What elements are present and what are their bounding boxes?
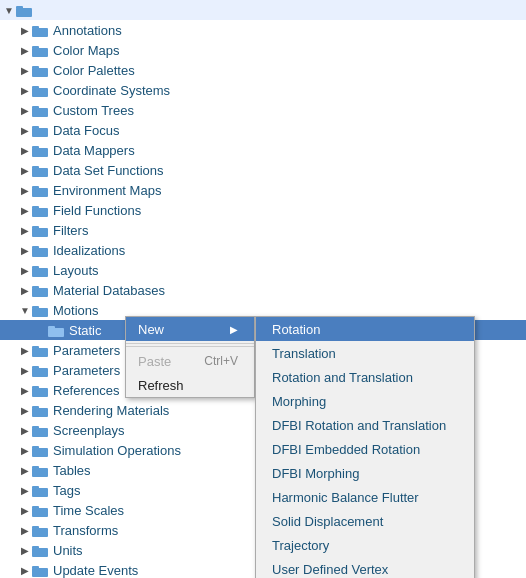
item-label: Color Palettes bbox=[53, 63, 135, 78]
folder-icon bbox=[32, 383, 50, 398]
item-label: Tables bbox=[53, 463, 91, 478]
tree-item-layouts[interactable]: ▶ Layouts bbox=[0, 260, 526, 280]
tree-item-filters[interactable]: ▶ Filters bbox=[0, 220, 526, 240]
submenu-item-dfbi-rotation-and-translation[interactable]: DFBI Rotation and Translation bbox=[256, 413, 474, 437]
submenu-label: DFBI Rotation and Translation bbox=[272, 418, 446, 433]
item-label: Annotations bbox=[53, 23, 122, 38]
svg-rect-46 bbox=[32, 468, 48, 477]
arrow-icon: ▶ bbox=[18, 85, 32, 96]
folder-icon bbox=[32, 143, 50, 158]
item-label: Parameters bbox=[53, 343, 120, 358]
svg-rect-30 bbox=[32, 308, 48, 317]
item-label: Data Focus bbox=[53, 123, 119, 138]
tree-item-annotations[interactable]: ▶ Annotations bbox=[0, 20, 526, 40]
submenu-label: Solid Displacement bbox=[272, 514, 383, 529]
tree-container: ▼ ▶ Annotations▶ Color Maps▶ Color Palet… bbox=[0, 0, 526, 578]
folder-icon bbox=[32, 523, 50, 538]
svg-rect-53 bbox=[32, 526, 39, 529]
submenu-item-dfbi-embedded-rotation[interactable]: DFBI Embedded Rotation bbox=[256, 437, 474, 461]
folder-icon bbox=[32, 343, 50, 358]
arrow-icon: ▶ bbox=[18, 365, 32, 376]
item-label: Parameters bbox=[53, 363, 120, 378]
context-menu-label: New bbox=[138, 322, 164, 337]
submenu-item-morphing[interactable]: Morphing bbox=[256, 389, 474, 413]
folder-icon bbox=[32, 263, 50, 278]
folder-icon bbox=[32, 483, 50, 498]
svg-rect-1 bbox=[16, 6, 23, 9]
folder-icon bbox=[32, 123, 50, 138]
svg-rect-50 bbox=[32, 508, 48, 517]
submenu-item-translation[interactable]: Translation bbox=[256, 341, 474, 365]
tree-item-coordinate-systems[interactable]: ▶ Coordinate Systems bbox=[0, 80, 526, 100]
tree-root[interactable]: ▼ bbox=[0, 0, 526, 20]
svg-rect-2 bbox=[32, 28, 48, 37]
svg-rect-27 bbox=[32, 266, 39, 269]
tree-item-data-focus[interactable]: ▶ Data Focus bbox=[0, 120, 526, 140]
context-menu-label: Paste bbox=[138, 354, 171, 369]
tree-item-color-palettes[interactable]: ▶ Color Palettes bbox=[0, 60, 526, 80]
arrow-icon: ▶ bbox=[18, 385, 32, 396]
item-label: Material Databases bbox=[53, 283, 165, 298]
submenu-label: DFBI Embedded Rotation bbox=[272, 442, 420, 457]
submenu-item-solid-displacement[interactable]: Solid Displacement bbox=[256, 509, 474, 533]
svg-rect-8 bbox=[32, 88, 48, 97]
folder-icon bbox=[32, 63, 50, 78]
folder-icon bbox=[32, 223, 50, 238]
svg-rect-11 bbox=[32, 106, 39, 109]
tree-item-color-maps[interactable]: ▶ Color Maps bbox=[0, 40, 526, 60]
svg-rect-23 bbox=[32, 226, 39, 229]
svg-rect-29 bbox=[32, 286, 39, 289]
tree-item-material-databases[interactable]: ▶ Material Databases bbox=[0, 280, 526, 300]
context-menu-item-refresh[interactable]: Refresh bbox=[126, 373, 254, 397]
svg-rect-44 bbox=[32, 448, 48, 457]
item-label: Screenplays bbox=[53, 423, 125, 438]
tree-item-environment-maps[interactable]: ▶ Environment Maps bbox=[0, 180, 526, 200]
item-label: Idealizations bbox=[53, 243, 125, 258]
arrow-icon: ▶ bbox=[18, 345, 32, 356]
submenu-item-user-defined-vertex[interactable]: User Defined Vertex bbox=[256, 557, 474, 578]
submenu-label: Trajectory bbox=[272, 538, 329, 553]
tree-item-custom-trees[interactable]: ▶ Custom Trees bbox=[0, 100, 526, 120]
arrow-icon: ▶ bbox=[18, 65, 32, 76]
tree-item-data-set-functions[interactable]: ▶ Data Set Functions bbox=[0, 160, 526, 180]
item-label: Data Mappers bbox=[53, 143, 135, 158]
folder-icon bbox=[32, 43, 50, 58]
arrow-icon: ▶ bbox=[18, 25, 32, 36]
submenu-item-rotation-and-translation[interactable]: Rotation and Translation bbox=[256, 365, 474, 389]
item-label: Simulation Operations bbox=[53, 443, 181, 458]
context-menu[interactable]: New▶PasteCtrl+VRefresh bbox=[125, 316, 255, 398]
svg-rect-17 bbox=[32, 166, 39, 169]
svg-rect-35 bbox=[32, 346, 39, 349]
svg-rect-40 bbox=[32, 408, 48, 417]
tree-item-data-mappers[interactable]: ▶ Data Mappers bbox=[0, 140, 526, 160]
submenu-item-dfbi-morphing[interactable]: DFBI Morphing bbox=[256, 461, 474, 485]
svg-rect-0 bbox=[16, 8, 32, 17]
submenu[interactable]: RotationTranslationRotation and Translat… bbox=[255, 316, 475, 578]
item-label: Filters bbox=[53, 223, 88, 238]
tree-item-idealizations[interactable]: ▶ Idealizations bbox=[0, 240, 526, 260]
svg-rect-38 bbox=[32, 388, 48, 397]
item-label: Custom Trees bbox=[53, 103, 134, 118]
tree-item-field-functions[interactable]: ▶ Field Functions bbox=[0, 200, 526, 220]
svg-rect-45 bbox=[32, 446, 39, 449]
submenu-label: Harmonic Balance Flutter bbox=[272, 490, 419, 505]
submenu-item-rotation[interactable]: Rotation bbox=[256, 317, 474, 341]
folder-icon bbox=[32, 543, 50, 558]
svg-rect-5 bbox=[32, 46, 39, 49]
submenu-item-harmonic-balance-flutter[interactable]: Harmonic Balance Flutter bbox=[256, 485, 474, 509]
item-label: Time Scales bbox=[53, 503, 124, 518]
svg-rect-24 bbox=[32, 248, 48, 257]
svg-rect-42 bbox=[32, 428, 48, 437]
folder-icon bbox=[32, 243, 50, 258]
context-menu-item-paste: PasteCtrl+V bbox=[126, 349, 254, 373]
item-label: Units bbox=[53, 543, 83, 558]
item-label: Static bbox=[69, 323, 102, 338]
arrow-icon: ▼ bbox=[18, 305, 32, 316]
submenu-item-trajectory[interactable]: Trajectory bbox=[256, 533, 474, 557]
arrow-icon: ▶ bbox=[18, 105, 32, 116]
svg-rect-57 bbox=[32, 566, 39, 569]
svg-rect-21 bbox=[32, 206, 39, 209]
folder-icon bbox=[32, 103, 50, 118]
item-label: Layouts bbox=[53, 263, 99, 278]
context-menu-item-new[interactable]: New▶ bbox=[126, 317, 254, 341]
